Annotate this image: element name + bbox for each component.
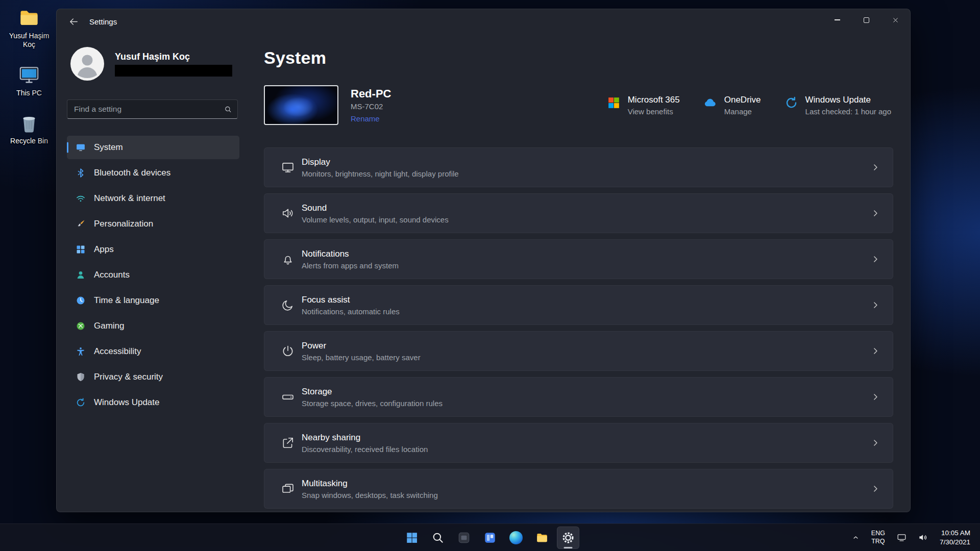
row-focus-assist[interactable]: Focus assist Notifications, automatic ru… xyxy=(264,285,893,325)
row-subtitle: Storage space, drives, configuration rul… xyxy=(302,399,443,408)
folder-icon xyxy=(535,531,549,544)
sidebar-item-label: Personalization xyxy=(94,219,153,229)
sidebar-item-apps[interactable]: Apps xyxy=(67,238,239,261)
minimize-button[interactable] xyxy=(823,9,852,31)
sidebar-item-label: System xyxy=(94,142,123,153)
quick-link-subtitle: Last checked: 1 hour ago xyxy=(805,107,891,116)
sidebar-item-label: Bluetooth & devices xyxy=(94,168,170,178)
desktop-icon-recycle-bin[interactable]: Recycle Bin xyxy=(5,111,53,145)
settings-app-button[interactable] xyxy=(557,527,579,549)
network-status-button[interactable] xyxy=(894,531,909,544)
bluetooth-icon xyxy=(75,168,86,179)
file-explorer-button[interactable] xyxy=(531,527,553,549)
rename-link[interactable]: Rename xyxy=(351,114,391,123)
sidebar-item-time-language[interactable]: Time & language xyxy=(67,289,239,312)
maximize-button[interactable] xyxy=(852,9,881,31)
sidebar-item-label: Accounts xyxy=(94,270,130,280)
search-input[interactable] xyxy=(67,100,237,118)
window-caption-controls xyxy=(823,9,910,31)
speaker-icon xyxy=(918,533,928,542)
row-notifications[interactable]: Notifications Alerts from apps and syste… xyxy=(264,239,893,279)
user-account-card[interactable]: Yusuf Haşim Koç xyxy=(67,46,239,81)
update-arrows-icon xyxy=(785,96,799,110)
close-button[interactable] xyxy=(881,9,910,31)
sidebar-item-accessibility[interactable]: Accessibility xyxy=(67,340,239,363)
row-storage[interactable]: Storage Storage space, drives, configura… xyxy=(264,377,893,417)
clock-button[interactable]: 10:05 AM 7/30/2021 xyxy=(937,527,975,548)
gear-icon xyxy=(561,531,575,544)
search-icon xyxy=(224,106,232,113)
row-subtitle: Notifications, automatic rules xyxy=(302,307,400,316)
desktop-icon-user-folder[interactable]: Yusuf Haşim Koç xyxy=(5,6,53,49)
sidebar-item-label: Gaming xyxy=(94,321,125,331)
desktop-icon-label: This PC xyxy=(16,89,42,97)
tray-overflow-button[interactable] xyxy=(849,532,862,543)
sidebar-item-network-internet[interactable]: Network & internet xyxy=(67,187,239,210)
back-button[interactable] xyxy=(65,13,82,30)
window-titlebar: Settings xyxy=(57,9,910,34)
sidebar-item-windows-update[interactable]: Windows Update xyxy=(67,391,239,414)
avatar xyxy=(70,46,105,81)
sidebar-item-system[interactable]: System xyxy=(67,136,239,159)
task-view-button[interactable] xyxy=(453,527,475,549)
edge-browser-button[interactable] xyxy=(505,527,527,549)
row-multitasking[interactable]: Multitasking Snap windows, desktops, tas… xyxy=(264,469,893,509)
share-icon xyxy=(281,436,295,449)
taskbar-tray: ENG TRQ 10:05 AM 7/30/2021 xyxy=(849,524,975,551)
quick-link-windows-update[interactable]: Windows Update Last checked: 1 hour ago xyxy=(785,95,891,116)
row-title: Storage xyxy=(302,387,443,397)
sidebar-item-gaming[interactable]: Gaming xyxy=(67,314,239,338)
quick-links: Microsoft 365 View benefits OneDrive Man… xyxy=(607,95,893,116)
sidebar-item-accounts[interactable]: Accounts xyxy=(67,263,239,287)
update-arrows-icon xyxy=(75,397,86,408)
user-meta: Yusuf Haşim Koç xyxy=(115,52,232,77)
sidebar-item-personalization[interactable]: Personalization xyxy=(67,212,239,236)
settings-sidebar: Yusuf Haşim Koç System Blu xyxy=(67,34,239,416)
onedrive-cloud-icon xyxy=(703,96,718,110)
taskbar: ENG TRQ 10:05 AM 7/30/2021 xyxy=(0,523,980,551)
row-title: Display xyxy=(302,157,459,167)
chevron-right-icon xyxy=(870,392,880,402)
quick-link-title: OneDrive xyxy=(724,95,761,105)
row-power[interactable]: Power Sleep, battery usage, battery save… xyxy=(264,331,893,371)
language-switcher[interactable]: ENG TRQ xyxy=(869,528,888,547)
chevron-up-icon xyxy=(852,534,860,541)
quick-link-microsoft-365[interactable]: Microsoft 365 View benefits xyxy=(607,95,680,116)
drive-icon xyxy=(281,390,295,404)
row-sound[interactable]: Sound Volume levels, output, input, soun… xyxy=(264,193,893,233)
row-title: Sound xyxy=(302,203,449,213)
monitor-icon xyxy=(17,63,41,87)
desktop-icon-label: Yusuf Haşim Koç xyxy=(6,32,52,49)
row-subtitle: Snap windows, desktops, task switching xyxy=(302,491,438,499)
start-button[interactable] xyxy=(401,527,423,549)
device-model: MS-7C02 xyxy=(351,102,391,111)
chevron-right-icon xyxy=(870,484,880,494)
row-nearby-sharing[interactable]: Nearby sharing Discoverability, received… xyxy=(264,423,893,463)
minimize-icon xyxy=(835,19,840,20)
row-subtitle: Monitors, brightness, night light, displ… xyxy=(302,169,459,178)
desktop-icons: Yusuf Haşim Koç This PC Recycle Bin xyxy=(5,6,53,160)
tray-time: 10:05 AM xyxy=(940,529,970,538)
row-display[interactable]: Display Monitors, brightness, night ligh… xyxy=(264,147,893,187)
sidebar-item-label: Windows Update xyxy=(94,397,160,408)
taskbar-search-button[interactable] xyxy=(427,527,449,549)
widgets-icon xyxy=(483,531,497,544)
xbox-icon xyxy=(75,321,86,332)
desktop-icon-this-pc[interactable]: This PC xyxy=(5,63,53,97)
sidebar-item-privacy-security[interactable]: Privacy & security xyxy=(67,365,239,389)
device-name: Red-PC xyxy=(351,87,391,101)
row-title: Notifications xyxy=(302,249,399,259)
quick-link-onedrive[interactable]: OneDrive Manage xyxy=(703,95,761,116)
settings-rows: Display Monitors, brightness, night ligh… xyxy=(264,147,893,509)
speaker-icon xyxy=(281,207,295,220)
sidebar-item-bluetooth-devices[interactable]: Bluetooth & devices xyxy=(67,161,239,185)
row-title: Focus assist xyxy=(302,295,400,305)
microsoft-logo-icon xyxy=(607,96,621,110)
widgets-button[interactable] xyxy=(479,527,501,549)
maximize-icon xyxy=(864,17,869,23)
sidebar-nav: System Bluetooth & devices Network & int… xyxy=(67,136,239,414)
close-icon xyxy=(892,16,899,24)
accessibility-icon xyxy=(75,346,86,357)
volume-button[interactable] xyxy=(916,531,930,544)
search-box xyxy=(67,99,238,119)
